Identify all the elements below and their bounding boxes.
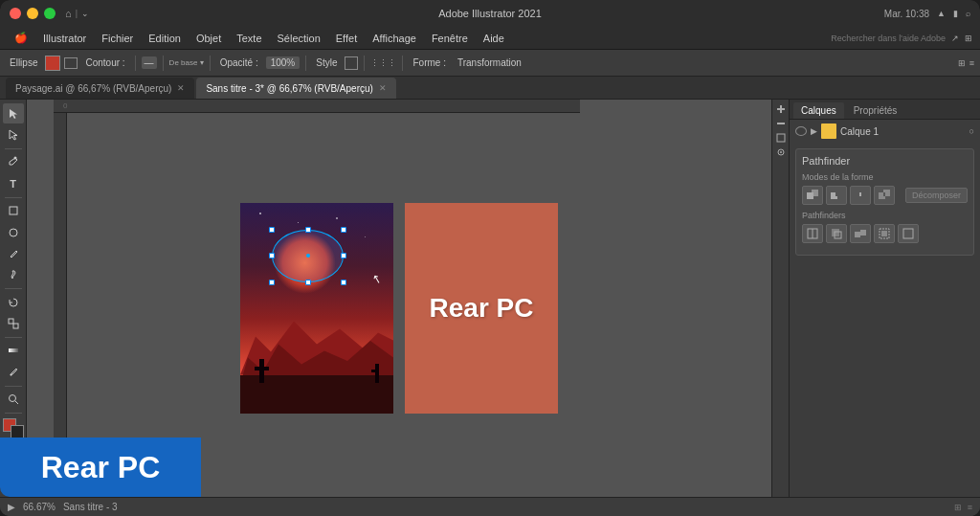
tab-paysage[interactable]: Paysage.ai @ 66,67% (RVB/Aperçu) ✕ bbox=[6, 78, 194, 99]
opacity-value[interactable]: 100% bbox=[266, 56, 301, 69]
share-icon[interactable]: ↗ bbox=[951, 34, 959, 43]
tab-sans-titre[interactable]: Sans titre - 3* @ 66,67% (RVB/Aperçu) ✕ bbox=[196, 78, 396, 99]
layer-name[interactable]: Calque 1 bbox=[840, 126, 966, 137]
handle-tr[interactable] bbox=[341, 227, 346, 233]
rotate-tool[interactable] bbox=[3, 292, 24, 312]
recent-icon[interactable]: ⌄ bbox=[81, 9, 89, 18]
handle-tl[interactable] bbox=[269, 227, 275, 233]
modes-label: Modes de la forme bbox=[802, 172, 968, 182]
minus-front-btn[interactable] bbox=[826, 186, 847, 205]
handle-bl[interactable] bbox=[269, 280, 275, 285]
menu-aide[interactable]: Aide bbox=[477, 31, 511, 46]
bottom-bar: ▶ 66.67% Sans titre - 3 ⊞ ≡ bbox=[0, 497, 980, 516]
menu-effet[interactable]: Effet bbox=[329, 31, 364, 46]
svg-rect-34 bbox=[881, 231, 887, 236]
artboard-desert: ↖ bbox=[240, 203, 393, 414]
decompose-btn[interactable]: Décomposer bbox=[905, 188, 968, 203]
handle-bottom[interactable] bbox=[305, 280, 311, 285]
divide-btn[interactable] bbox=[802, 224, 823, 243]
shape-tool[interactable] bbox=[3, 201, 24, 221]
home-icon[interactable]: ⌂ bbox=[65, 8, 72, 19]
tab-proprietes[interactable]: Propriétés bbox=[846, 102, 905, 119]
arrange-right-icon[interactable]: ⊞ bbox=[958, 58, 966, 68]
unite-btn[interactable] bbox=[802, 186, 823, 205]
intersect-btn[interactable] bbox=[850, 186, 871, 205]
layers-header: ▶ Calque 1 ○ bbox=[790, 120, 980, 143]
menu-edition[interactable]: Edition bbox=[142, 31, 188, 46]
fill-stroke-selector[interactable] bbox=[3, 418, 24, 438]
wifi-icon: ▲ bbox=[937, 9, 946, 18]
menu-selection[interactable]: Sélection bbox=[271, 31, 327, 46]
play-icon[interactable]: ▶ bbox=[8, 502, 15, 512]
tab-calques[interactable]: Calques bbox=[793, 102, 844, 119]
menu-fenetre[interactable]: Fenêtre bbox=[425, 31, 475, 46]
svg-point-0 bbox=[13, 157, 16, 160]
bottom-settings-icon[interactable]: ≡ bbox=[968, 503, 972, 512]
layer-expand[interactable]: ▶ bbox=[811, 126, 817, 136]
arrange-icon[interactable]: ⊞ bbox=[965, 34, 972, 43]
fill-swatch[interactable] bbox=[45, 56, 60, 71]
zoom-in-icon[interactable] bbox=[775, 103, 787, 115]
star bbox=[365, 236, 366, 237]
close-button[interactable] bbox=[10, 8, 21, 19]
select-tool[interactable] bbox=[3, 103, 24, 123]
style-swatch[interactable] bbox=[345, 56, 358, 70]
menu-texte[interactable]: Texte bbox=[230, 31, 268, 46]
view-icon[interactable] bbox=[775, 146, 787, 158]
zoom-out-icon[interactable] bbox=[775, 118, 787, 129]
menu-apple[interactable]: 🍎 bbox=[8, 30, 34, 46]
menu-affichage[interactable]: Affichage bbox=[366, 31, 423, 46]
gradient-tool[interactable] bbox=[3, 341, 24, 361]
handle-left[interactable] bbox=[269, 253, 275, 258]
dash-option[interactable]: De base ▾ bbox=[169, 58, 204, 67]
watermark-text: Rear PC bbox=[41, 450, 161, 485]
text-tool[interactable]: T bbox=[3, 173, 24, 193]
scale-tool[interactable] bbox=[3, 313, 24, 333]
menu-fichier[interactable]: Fichier bbox=[95, 31, 140, 46]
layer-visibility[interactable] bbox=[795, 126, 807, 136]
tab-close-icon[interactable]: ✕ bbox=[177, 83, 185, 93]
ellipse-tool[interactable] bbox=[3, 222, 24, 242]
svg-point-6 bbox=[10, 373, 11, 375]
handle-right[interactable] bbox=[341, 253, 346, 258]
crop-btn[interactable] bbox=[874, 224, 895, 243]
fit-icon[interactable] bbox=[775, 132, 787, 144]
window-title: Adobe Illustrator 2021 bbox=[438, 8, 542, 19]
nav-sep: | bbox=[76, 9, 78, 18]
forme-label: Forme : bbox=[409, 56, 449, 69]
stroke-swatch[interactable] bbox=[64, 57, 78, 69]
search-adobe-input[interactable]: Rechercher dans l'aide Adobe bbox=[831, 34, 946, 43]
direct-select-tool[interactable] bbox=[3, 124, 24, 145]
opacity-label: Opacité : bbox=[216, 56, 262, 69]
star bbox=[259, 213, 261, 214]
merge-btn[interactable] bbox=[850, 224, 871, 243]
maximize-button[interactable] bbox=[44, 8, 56, 19]
svg-rect-1 bbox=[10, 207, 17, 214]
tab-close-icon[interactable]: ✕ bbox=[379, 83, 387, 93]
svg-rect-23 bbox=[859, 192, 861, 196]
exclude-btn[interactable] bbox=[874, 186, 895, 205]
layer-options[interactable]: ○ bbox=[969, 126, 974, 136]
brush-tool[interactable] bbox=[3, 265, 24, 285]
minimize-button[interactable] bbox=[27, 8, 38, 19]
handle-br[interactable] bbox=[341, 280, 346, 285]
menu-objet[interactable]: Objet bbox=[189, 31, 228, 46]
handle-top[interactable] bbox=[305, 227, 311, 233]
grid-view-icon[interactable]: ⊞ bbox=[954, 503, 962, 512]
mode-buttons: Décomposer bbox=[802, 186, 968, 205]
search-icon[interactable]: ⌕ bbox=[966, 9, 970, 18]
watermark-overlay: Rear PC bbox=[0, 437, 201, 497]
star bbox=[298, 222, 299, 223]
outline-btn[interactable] bbox=[898, 224, 919, 243]
pen-tool[interactable] bbox=[3, 152, 24, 172]
menu-illustrator[interactable]: Illustrator bbox=[36, 31, 93, 46]
style-label: Style bbox=[312, 56, 341, 69]
pencil-tool[interactable] bbox=[3, 243, 24, 263]
trim-btn[interactable] bbox=[826, 224, 847, 243]
align-icons: ⋮⋮⋮ bbox=[370, 58, 396, 68]
center-handle[interactable] bbox=[306, 254, 310, 258]
eyedropper-tool[interactable] bbox=[3, 362, 24, 382]
settings-icon[interactable]: ≡ bbox=[969, 58, 974, 68]
zoom-tool[interactable] bbox=[3, 390, 24, 410]
stroke-size[interactable]: — bbox=[142, 56, 157, 69]
